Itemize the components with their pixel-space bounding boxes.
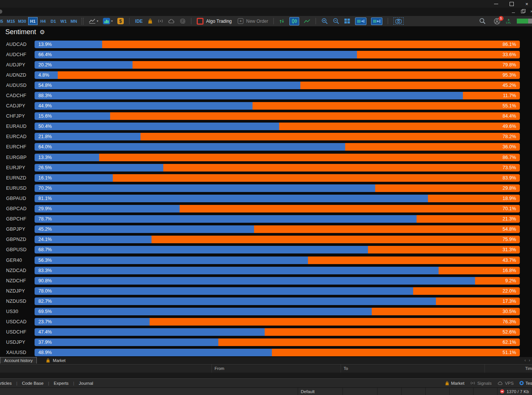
panel-title: Sentiment ⚙	[5, 28, 45, 36]
timeframe-h1[interactable]: H1	[28, 17, 38, 25]
sentiment-bar[interactable]: 48.9% 51.1%	[35, 349, 520, 356]
zoom-in-icon[interactable]	[321, 18, 328, 24]
signals-icon[interactable]	[157, 19, 164, 24]
buyers-segment: 82.7%	[35, 297, 436, 305]
sentiment-bar[interactable]: 50.4% 49.6%	[35, 123, 520, 130]
symbol-label: AUDCHF	[0, 52, 35, 57]
sentiment-bar[interactable]: 82.7% 17.3%	[35, 297, 520, 305]
sellers-segment: 9.2%	[475, 277, 520, 285]
chart-type-icon[interactable]: ▾	[88, 18, 98, 24]
sentiment-bar[interactable]: 20.2% 79.8%	[35, 61, 520, 69]
sentiment-bar[interactable]: 23.7% 76.3%	[35, 318, 520, 326]
sentiment-bar[interactable]: 83.3% 16.8%	[35, 267, 520, 274]
sentiment-bar[interactable]: 66.4% 33.6%	[35, 51, 520, 58]
tab-market[interactable]: Market	[41, 357, 71, 364]
dock-tester-button[interactable]: Tester	[519, 381, 532, 386]
timeframe-group: M5M15M30H1H4D1W1MN	[0, 16, 79, 26]
dock-tab-experts[interactable]: Experts	[50, 381, 73, 386]
symbol-label: AUDNZD	[0, 72, 35, 78]
search-icon[interactable]	[479, 18, 486, 24]
sentiment-bar[interactable]: 26.5% 73.5%	[35, 164, 520, 172]
ide-button[interactable]: IDE	[135, 19, 143, 24]
sentiment-bar[interactable]: 56.3% 43.7%	[35, 257, 520, 264]
currency-settings-icon[interactable]: $	[117, 18, 124, 24]
timeframe-m15[interactable]: M15	[6, 17, 16, 25]
screenshot-icon[interactable]	[393, 17, 404, 25]
sentiment-bar[interactable]: 47.4% 52.6%	[35, 328, 520, 336]
scroll-left-icon[interactable]: ‹	[524, 358, 526, 362]
chart-restore-icon[interactable]	[521, 10, 524, 13]
sentiment-bar[interactable]: 68.7% 31.3%	[35, 246, 520, 253]
dock-market-label: Market	[451, 381, 464, 386]
status-profile[interactable]: Default	[298, 388, 343, 395]
sentiment-bar[interactable]: 88.3% 11.7%	[35, 92, 520, 99]
restore-icon[interactable]	[510, 2, 514, 6]
timeframe-h4[interactable]: H4	[38, 17, 48, 25]
close-icon[interactable]: ×	[525, 2, 528, 6]
buyers-segment: 4.8%	[35, 71, 58, 79]
grid-icon[interactable]	[344, 18, 350, 24]
auto-scroll-icon[interactable]	[355, 17, 366, 25]
timeframe-w1[interactable]: W1	[59, 17, 68, 25]
community-icon[interactable]	[180, 18, 186, 24]
sentiment-bar[interactable]: 90.8% 9.2%	[35, 277, 520, 285]
sentiment-bar[interactable]: 69.5% 30.5%	[35, 308, 520, 315]
indicators-icon[interactable]: ▾	[103, 18, 113, 24]
sentiment-bar[interactable]: 21.8% 78.2%	[35, 133, 520, 140]
dock-signals-button[interactable]: Signals	[470, 381, 492, 386]
sentiment-bar[interactable]: 44.9% 55.1%	[35, 102, 520, 110]
timeframe-m5[interactable]: M5	[0, 17, 5, 25]
tab-account-history[interactable]: Account history	[0, 357, 37, 364]
gear-icon[interactable]: ⚙	[39, 28, 45, 36]
line-mode-icon[interactable]	[304, 19, 310, 24]
chart-close-icon[interactable]: ×	[530, 9, 532, 14]
dock-tab-journal[interactable]: Journal	[75, 381, 97, 386]
sentiment-bar[interactable]: 78.0% 22.0%	[35, 287, 520, 295]
sentiment-bar[interactable]: 54.8% 45.2%	[35, 82, 520, 89]
sentiment-bar[interactable]: 45.2% 54.8%	[35, 225, 520, 233]
timeframe-mn[interactable]: MN	[69, 17, 79, 25]
sentiment-row: GBPAUD 81.1% 18.9%	[0, 193, 532, 203]
market-bag-icon[interactable]	[148, 19, 153, 24]
chevron-down-icon[interactable]: ▾	[97, 19, 98, 23]
candles-mode-icon[interactable]	[289, 17, 299, 25]
dock-market-button[interactable]: Market	[445, 381, 464, 386]
timeframe-m30[interactable]: M30	[17, 17, 27, 25]
sentiment-bar[interactable]: 24.1% 75.9%	[35, 236, 520, 243]
dock-vps-button[interactable]: VPS	[497, 381, 514, 386]
tab-scroll-arrows[interactable]: ‹ ›	[524, 357, 532, 364]
tick-chart-icon[interactable]	[279, 19, 285, 24]
sentiment-bar[interactable]: 16.1% 83.9%	[35, 174, 520, 182]
account-icon[interactable]: 1	[494, 18, 500, 25]
sentiment-bar[interactable]: 13.9% 86.1%	[35, 41, 520, 48]
status-cell	[402, 388, 426, 395]
sentiment-bar[interactable]: 37.9% 62.1%	[35, 338, 520, 346]
sentiment-bar[interactable]: 64.0% 36.0%	[35, 143, 520, 151]
dock-tab-code-base[interactable]: Code Base	[18, 381, 47, 386]
status-traffic[interactable]: 1370 / 7 Kb	[497, 388, 532, 395]
sellers-segment: 18.9%	[428, 195, 520, 202]
sentiment-bar[interactable]: 81.1% 18.9%	[35, 195, 520, 202]
tab-market-label: Market	[53, 358, 66, 363]
sentiment-row: EURCHF 64.0% 36.0%	[0, 142, 532, 152]
sentiment-bar[interactable]: 4.8% 95.3%	[35, 71, 520, 79]
level-icon[interactable]: ▲ LVL	[506, 18, 511, 24]
scroll-right-icon[interactable]: ›	[529, 358, 530, 362]
zoom-out-icon[interactable]	[333, 18, 339, 24]
timeframe-d1[interactable]: D1	[49, 17, 58, 25]
vps-cloud-icon[interactable]	[168, 19, 175, 24]
dock-tab-articles[interactable]: Articles	[0, 381, 16, 386]
sentiment-bar[interactable]: 78.7% 21.3%	[35, 215, 520, 223]
chevron-down-icon[interactable]: ▾	[111, 19, 113, 23]
algo-trading-button[interactable]: Algo Trading	[197, 18, 232, 25]
new-order-button[interactable]: + New Order	[238, 18, 268, 24]
sentiment-bar[interactable]: 70.2% 29.8%	[35, 184, 520, 192]
chart-minimize-icon[interactable]	[512, 13, 515, 13]
chart-shift-icon[interactable]	[371, 17, 382, 25]
sentiment-bar[interactable]: 13.3% 86.7%	[35, 154, 520, 161]
sentiment-bar[interactable]: 29.9% 70.1%	[35, 205, 520, 212]
bag-icon	[445, 381, 449, 386]
sentiment-bar[interactable]: 15.6% 84.4%	[35, 112, 520, 120]
algo-trading-label: Algo Trading	[206, 19, 232, 24]
minimize-icon[interactable]	[494, 4, 498, 4]
